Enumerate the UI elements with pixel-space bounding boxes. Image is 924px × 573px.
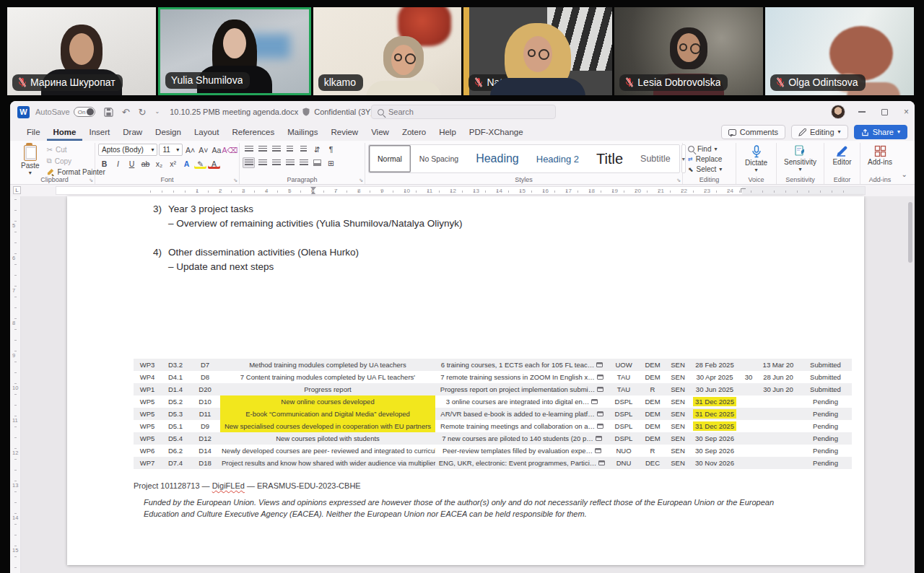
subscript-button[interactable]: x₂: [153, 158, 165, 169]
font-name-select[interactable]: Aptos (Body)▾: [98, 144, 157, 156]
style-title[interactable]: Title: [588, 145, 632, 172]
sensitivity-text[interactable]: Confidential (3Y)*: [314, 108, 376, 116]
undo-icon[interactable]: ↶: [122, 108, 130, 117]
shrink-font-button[interactable]: A˅: [198, 144, 209, 155]
borders-button[interactable]: ⊞: [325, 157, 337, 168]
editing-mode-button[interactable]: Editing ▾: [791, 125, 848, 139]
sensitivity-button[interactable]: Sensitivity ▾: [780, 144, 820, 174]
font-size-select[interactable]: 11▾: [159, 144, 183, 156]
multilevel-list-button[interactable]: [270, 144, 282, 154]
increase-indent-button[interactable]: [297, 144, 310, 154]
table-row[interactable]: WP7 D7.4 D18 Project results and know ho…: [134, 457, 852, 469]
search-input[interactable]: Search: [371, 105, 556, 119]
bold-button[interactable]: B: [98, 158, 110, 169]
replace-button[interactable]: ⇄Replace: [686, 154, 733, 164]
menu-tab-layout[interactable]: Layout: [188, 125, 226, 141]
document-page[interactable]: 3)Year 3 project tasks – Overview of rem…: [67, 196, 864, 565]
menu-tab-home[interactable]: Home: [47, 125, 83, 141]
menu-tab-design[interactable]: Design: [149, 125, 188, 141]
menu-tab-draw[interactable]: Draw: [116, 125, 149, 141]
user-avatar[interactable]: [831, 105, 845, 119]
video-tile[interactable]: Lesia Dobrovolska: [614, 7, 763, 95]
shading-button[interactable]: [311, 157, 323, 168]
paragraph-dialog-launcher[interactable]: ⇘: [359, 178, 363, 183]
vertical-ruler[interactable]: 56789101112131415: [10, 196, 21, 573]
styles-dialog-launcher[interactable]: ⇘: [676, 178, 681, 183]
vertical-scrollbar[interactable]: [907, 198, 914, 572]
align-center-button[interactable]: [256, 157, 269, 168]
video-tile[interactable]: Марина Шкуропат: [7, 7, 156, 95]
menu-tab-references[interactable]: References: [225, 125, 281, 141]
font-dialog-launcher[interactable]: ⇘: [233, 178, 237, 183]
table-row[interactable]: WP6 D6.2 D14 Newly developed courses are…: [134, 445, 852, 457]
show-formatting-button[interactable]: ¶: [325, 144, 337, 154]
addins-button[interactable]: Add-ins: [864, 144, 896, 167]
menu-tab-file[interactable]: File: [20, 125, 47, 141]
clipboard-dialog-launcher[interactable]: ⇘: [89, 178, 93, 183]
save-icon[interactable]: [104, 108, 113, 117]
share-button[interactable]: Share ▾: [854, 125, 907, 139]
underline-button[interactable]: U: [126, 158, 138, 169]
italic-button[interactable]: I: [112, 158, 124, 169]
video-tile[interactable]: Yulia Shumilova: [158, 7, 311, 95]
maximize-button[interactable]: [881, 109, 888, 115]
decrease-indent-button[interactable]: [284, 144, 296, 154]
minimize-button[interactable]: [858, 111, 866, 113]
close-button[interactable]: ×: [904, 108, 909, 116]
style-normal[interactable]: Normal: [369, 145, 411, 172]
clear-formatting-button[interactable]: A⌫: [224, 144, 236, 155]
style-heading-2[interactable]: Heading 2: [528, 145, 588, 172]
strikethrough-button[interactable]: ab: [139, 158, 152, 169]
paste-button[interactable]: Paste ▾: [17, 144, 43, 178]
right-tab-marker[interactable]: [741, 188, 746, 193]
table-row[interactable]: WP5 D5.3 D11 E-book “Communication and D…: [134, 408, 852, 420]
table-row[interactable]: WP5 D5.2 D10 New online courses develope…: [134, 395, 852, 408]
menu-tab-review[interactable]: Review: [324, 125, 365, 141]
table-row[interactable]: WP3 D3.2 D7 Method training modules comp…: [134, 359, 852, 371]
style-no-spacing[interactable]: No Spacing: [411, 145, 467, 172]
grow-font-button[interactable]: A˄: [184, 144, 196, 155]
video-tile[interactable]: Olga Odintsova: [765, 7, 914, 95]
video-tile[interactable]: klkamo: [313, 7, 462, 95]
table-row[interactable]: WP1 D1.4 D20 Progress report Progress re…: [134, 383, 852, 395]
line-spacing-button[interactable]: [297, 157, 310, 168]
change-case-button[interactable]: Aa: [211, 144, 222, 155]
font-color-button[interactable]: A: [208, 158, 220, 169]
video-tile[interactable]: Natalya Oliynyk: [463, 7, 612, 95]
table-row[interactable]: WP5 D5.4 D12 New courses piloted with st…: [134, 432, 852, 445]
justify-button[interactable]: [284, 157, 296, 168]
redo-icon[interactable]: ↻: [139, 108, 147, 117]
menu-tab-help[interactable]: Help: [432, 125, 463, 141]
autosave-toggle[interactable]: On: [74, 107, 95, 117]
find-button[interactable]: Find▾: [686, 144, 733, 154]
comments-button[interactable]: Comments: [721, 125, 785, 139]
tab-selector[interactable]: L: [13, 186, 21, 194]
menu-tab-mailings[interactable]: Mailings: [281, 125, 324, 141]
customize-qat-icon[interactable]: ⌄: [155, 109, 160, 115]
table-row[interactable]: WP4 D4.1 D8 7 Content training modules c…: [134, 371, 852, 383]
select-button[interactable]: ⬉Select▾: [686, 165, 733, 174]
collapse-ribbon-icon[interactable]: ⌄: [902, 170, 907, 178]
menu-tab-view[interactable]: View: [365, 125, 396, 141]
align-right-button[interactable]: [270, 157, 282, 168]
scrollbar-thumb[interactable]: [908, 202, 912, 263]
bullet-list-button[interactable]: [243, 144, 255, 154]
highlight-color-button[interactable]: ✎: [194, 158, 206, 169]
style-heading[interactable]: Heading: [467, 145, 528, 172]
dictate-button[interactable]: Dictate ▾: [741, 144, 771, 175]
menu-tab-zotero[interactable]: Zotero: [396, 125, 432, 141]
menu-tab-pdf-xchange[interactable]: PDF-XChange: [463, 125, 530, 141]
superscript-button[interactable]: x²: [167, 158, 179, 169]
numbered-list-button[interactable]: [256, 144, 269, 154]
text-effects-button[interactable]: A: [180, 158, 193, 169]
sort-button[interactable]: ⇵: [311, 144, 323, 154]
editor-button[interactable]: Editor: [829, 144, 855, 167]
autosave-control[interactable]: AutoSave On: [35, 107, 95, 117]
word-app-icon[interactable]: W: [17, 106, 30, 118]
table-row[interactable]: WP5 D5.1 D9 New specialised courses deve…: [134, 420, 852, 432]
menu-tab-insert[interactable]: Insert: [82, 125, 116, 141]
horizontal-ruler[interactable]: 123456789101112131415161718192021222324: [56, 186, 866, 195]
style-subtitle[interactable]: Subtitle: [632, 145, 679, 172]
align-left-button[interactable]: [243, 157, 255, 168]
document-title[interactable]: 10.10.25 PMB meeting agenda.docx: [170, 108, 298, 116]
